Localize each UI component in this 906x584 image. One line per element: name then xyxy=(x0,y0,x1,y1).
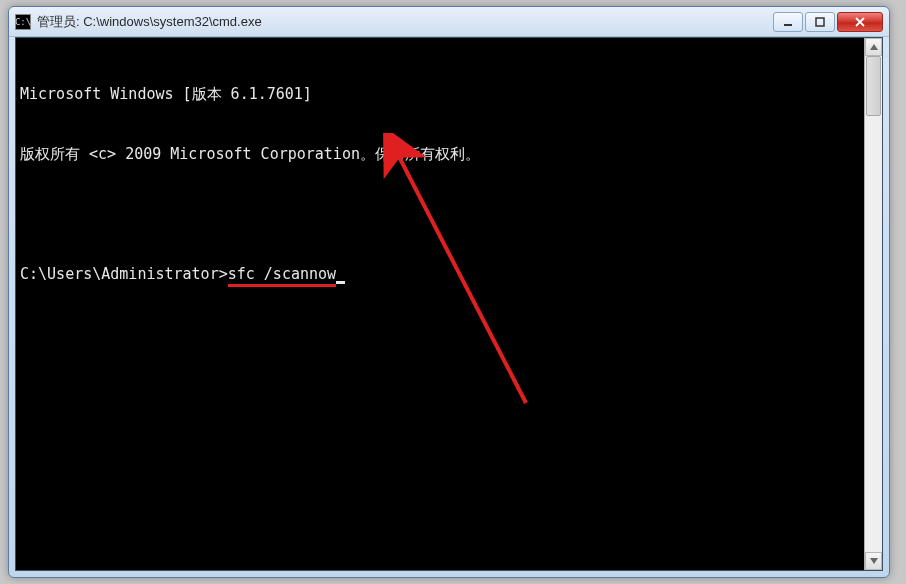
scroll-thumb[interactable] xyxy=(866,56,881,116)
terminal-blank-line xyxy=(20,204,860,224)
terminal-line: Microsoft Windows [版本 6.1.7601] xyxy=(20,84,860,104)
scroll-down-button[interactable] xyxy=(865,552,882,570)
terminal-output[interactable]: Microsoft Windows [版本 6.1.7601] 版权所有 <c>… xyxy=(16,38,864,570)
maximize-icon xyxy=(815,17,825,27)
client-area: Microsoft Windows [版本 6.1.7601] 版权所有 <c>… xyxy=(15,37,883,571)
prompt-text: C:\Users\Administrator> xyxy=(20,265,228,283)
close-button[interactable] xyxy=(837,12,883,32)
titlebar[interactable]: C:\ 管理员: C:\windows\system32\cmd.exe xyxy=(9,7,889,37)
scroll-track[interactable] xyxy=(865,56,882,552)
text-cursor xyxy=(336,281,345,284)
command-text: sfc /scannow xyxy=(228,265,336,287)
window-title: 管理员: C:\windows\system32\cmd.exe xyxy=(37,13,773,31)
minimize-button[interactable] xyxy=(773,12,803,32)
svg-rect-1 xyxy=(816,18,824,26)
window-controls xyxy=(773,12,883,32)
cmd-icon: C:\ xyxy=(15,14,31,30)
minimize-icon xyxy=(783,17,793,27)
terminal-line: 版权所有 <c> 2009 Microsoft Corporation。保留所有… xyxy=(20,144,860,164)
terminal-prompt-line: C:\Users\Administrator>sfc /scannow xyxy=(20,264,860,286)
scroll-up-button[interactable] xyxy=(865,38,882,56)
close-icon xyxy=(854,17,866,27)
chevron-down-icon xyxy=(870,558,878,564)
svg-rect-0 xyxy=(784,24,792,26)
chevron-up-icon xyxy=(870,44,878,50)
maximize-button[interactable] xyxy=(805,12,835,32)
vertical-scrollbar[interactable] xyxy=(864,38,882,570)
cmd-window: C:\ 管理员: C:\windows\system32\cmd.exe Mic… xyxy=(8,6,890,578)
